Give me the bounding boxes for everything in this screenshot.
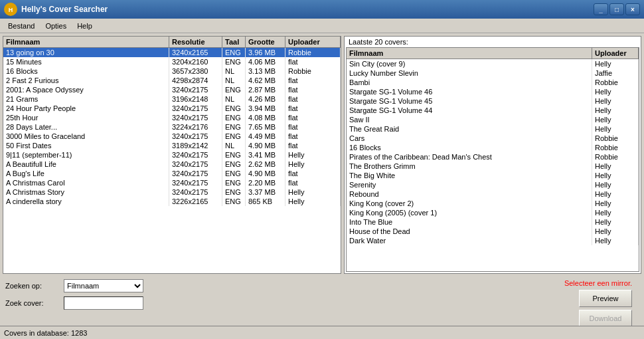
covers-table-row[interactable]: The Big White Helly: [347, 171, 639, 180]
covers-table-row[interactable]: Lucky Number Slevin Jaffie: [347, 68, 639, 78]
header-grootte[interactable]: Grootte: [246, 37, 285, 47]
covers-cell-filmnaam: Bambi: [347, 78, 592, 87]
covers-table-row[interactable]: Sin City (cover 9) Helly: [347, 59, 639, 68]
cell-uploader: Robbie: [285, 48, 341, 57]
covers-table-row[interactable]: Saw II Helly: [347, 115, 639, 124]
covers-panel-title: Laatste 20 covers:: [345, 37, 641, 47]
covers-table-row[interactable]: Bambi Robbie: [347, 78, 639, 87]
covers-table-row[interactable]: The Brothers Grimm Helly: [347, 162, 639, 171]
covers-table-body[interactable]: Sin City (cover 9) Helly Lucky Number Sl…: [347, 59, 639, 271]
menu-opties[interactable]: Opties: [40, 21, 72, 31]
cell-resolutie: 3657x2380: [169, 66, 222, 76]
main-content: Filmnaam Resolutie Taal Grootte Uploader…: [0, 33, 644, 339]
covers-table-row[interactable]: Rebound Helly: [347, 189, 639, 199]
cell-filmnaam: 2 Fast 2 Furious: [3, 76, 169, 85]
cell-resolutie: 3240x2175: [169, 113, 222, 122]
cell-taal: NL: [222, 94, 246, 104]
cell-grootte: 7.65 MB: [246, 122, 285, 132]
table-row[interactable]: 21 Grams 3196x2148 NL 4.26 MB flat: [3, 94, 341, 104]
covers-cell-filmnaam: 16 Blocks: [347, 143, 592, 152]
cell-grootte: 2.87 MB: [246, 85, 285, 94]
cell-filmnaam: A Christmas Carol: [3, 178, 169, 187]
header-filmnaam[interactable]: Filmnaam: [3, 37, 169, 47]
covers-cell-filmnaam: Saw II: [347, 115, 592, 124]
table-row[interactable]: 2001: A Space Odyssey 3240x2175 ENG 2.87…: [3, 85, 341, 94]
zoek-cover-input[interactable]: [64, 296, 143, 310]
table-row[interactable]: 16 Blocks 3657x2380 NL 3.13 MB Robbie: [3, 66, 341, 76]
status-text: Covers in database: 1283: [4, 329, 87, 337]
header-uploader[interactable]: Uploader: [285, 37, 341, 47]
table-row[interactable]: 24 Hour Party People 3240x2175 ENG 3.94 …: [3, 104, 341, 113]
cell-resolutie: 3224x2176: [169, 122, 222, 132]
covers-cell-uploader: Helly: [592, 96, 639, 106]
header-resolutie[interactable]: Resolutie: [169, 37, 222, 47]
covers-table-row[interactable]: Serenity Helly: [347, 180, 639, 189]
cell-resolutie: 3196x2148: [169, 94, 222, 104]
cell-uploader: Robbie: [285, 66, 341, 76]
download-button[interactable]: Download: [579, 310, 632, 327]
cell-resolutie: 3240x2175: [169, 85, 222, 94]
covers-cell-uploader: Helly: [592, 59, 639, 68]
covers-cell-uploader: Helly: [592, 208, 639, 217]
cell-resolutie: 3240x2175: [169, 150, 222, 160]
covers-table-row[interactable]: Stargate SG-1 Volume 46 Helly: [347, 87, 639, 96]
table-row[interactable]: 15 Minutes 3204x2160 ENG 4.06 MB flat: [3, 57, 341, 66]
menu-bestand[interactable]: Bestand: [3, 21, 40, 31]
table-row[interactable]: A cinderella story 3226x2165 ENG 865 KB …: [3, 197, 341, 206]
covers-header-filmnaam[interactable]: Filmnaam: [347, 48, 592, 58]
table-row[interactable]: A Christmas Story 3240x2175 ENG 3.37 MB …: [3, 187, 341, 197]
header-taal[interactable]: Taal: [222, 37, 246, 47]
cell-grootte: 865 KB: [246, 197, 285, 206]
cell-taal: ENG: [222, 187, 246, 197]
covers-table-row[interactable]: Stargate SG-1 Volume 45 Helly: [347, 96, 639, 106]
covers-table-row[interactable]: House of the Dead Helly: [347, 227, 639, 236]
covers-cell-filmnaam: The Big White: [347, 171, 592, 180]
preview-button[interactable]: Preview: [579, 290, 632, 307]
cell-filmnaam: 15 Minutes: [3, 57, 169, 66]
cell-resolutie: 3240x2175: [169, 169, 222, 178]
cell-uploader: flat: [285, 113, 341, 122]
cell-uploader: flat: [285, 57, 341, 66]
covers-table-row[interactable]: 16 Blocks Robbie: [347, 143, 639, 152]
covers-table-row[interactable]: Stargate SG-1 Volume 44 Helly: [347, 106, 639, 115]
covers-table-row[interactable]: Pirates of the Caribbean: Dead Man's Che…: [347, 152, 639, 162]
covers-cell-uploader: Helly: [592, 87, 639, 96]
svg-text:H: H: [9, 7, 13, 13]
table-row[interactable]: 13 going on 30 3240x2165 ENG 3.96 MB Rob…: [3, 48, 341, 57]
covers-cell-uploader: Helly: [592, 171, 639, 180]
table-row[interactable]: 3000 Miles to Graceland 3240x2175 ENG 4.…: [3, 132, 341, 141]
table-row[interactable]: 9|11 (september-11) 3240x2175 ENG 3.41 M…: [3, 150, 341, 160]
minimize-button[interactable]: _: [594, 3, 608, 15]
covers-table-row[interactable]: King Kong (2005) (cover 1) Helly: [347, 208, 639, 217]
table-row[interactable]: A Christmas Carol 3240x2175 ENG 2.20 MB …: [3, 178, 341, 187]
film-table-header: Filmnaam Resolutie Taal Grootte Uploader: [3, 37, 341, 48]
covers-table-row[interactable]: Cars Robbie: [347, 134, 639, 143]
cell-grootte: 4.06 MB: [246, 57, 285, 66]
covers-cell-filmnaam: House of the Dead: [347, 227, 592, 236]
title-bar: H Helly's Cover Searcher _ □ ×: [0, 0, 644, 19]
table-row[interactable]: 25th Hour 3240x2175 ENG 4.08 MB flat: [3, 113, 341, 122]
cell-filmnaam: 28 Days Later...: [3, 122, 169, 132]
maximize-button[interactable]: □: [609, 3, 624, 15]
table-row[interactable]: 50 First Dates 3189x2142 NL 4.90 MB flat: [3, 141, 341, 150]
cell-taal: ENG: [222, 178, 246, 187]
covers-header-uploader[interactable]: Uploader: [592, 48, 639, 58]
table-row[interactable]: A Beautifull Life 3240x2175 ENG 2.62 MB …: [3, 160, 341, 169]
menu-help[interactable]: Help: [72, 21, 98, 31]
table-row[interactable]: A Bug's Life 3240x2175 ENG 4.90 MB flat: [3, 169, 341, 178]
covers-table-row[interactable]: King Kong (cover 2) Helly: [347, 199, 639, 208]
table-row[interactable]: 28 Days Later... 3224x2176 ENG 7.65 MB f…: [3, 122, 341, 132]
film-table-body[interactable]: 13 going on 30 3240x2165 ENG 3.96 MB Rob…: [3, 48, 341, 273]
table-row[interactable]: 2 Fast 2 Furious 4298x2874 NL 4.62 MB fl…: [3, 76, 341, 85]
covers-table-row[interactable]: The Great Raid Helly: [347, 124, 639, 134]
covers-table-row[interactable]: Dark Water Helly: [347, 236, 639, 245]
cell-filmnaam: 21 Grams: [3, 94, 169, 104]
cell-taal: ENG: [222, 48, 246, 57]
close-button[interactable]: ×: [625, 3, 640, 15]
covers-table-row[interactable]: Into The Blue Helly: [347, 217, 639, 227]
cell-uploader: flat: [285, 94, 341, 104]
cell-uploader: Helly: [285, 197, 341, 206]
zoeken-op-select[interactable]: Filmnaam Uploader: [64, 279, 143, 292]
cell-resolutie: 3240x2175: [169, 104, 222, 113]
cell-grootte: 2.20 MB: [246, 178, 285, 187]
